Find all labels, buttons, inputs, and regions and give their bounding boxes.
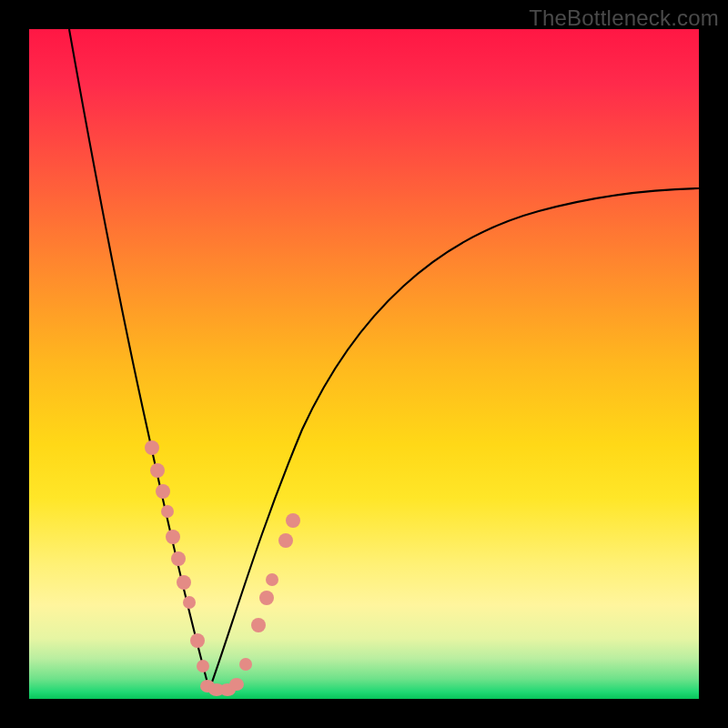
data-dot <box>166 530 180 544</box>
data-dots-group <box>145 440 300 696</box>
data-dot <box>197 660 209 672</box>
data-dot <box>251 618 266 632</box>
chart-svg <box>29 29 699 699</box>
data-dot <box>171 551 186 566</box>
data-dot <box>150 463 165 478</box>
data-dot <box>177 575 191 590</box>
curve-right-branch <box>209 188 699 690</box>
curve-left-branch <box>69 29 209 690</box>
data-dot <box>278 533 293 548</box>
data-dot <box>266 573 278 586</box>
watermark-text: TheBottleneck.com <box>529 5 719 31</box>
data-dot <box>161 505 174 518</box>
data-dot <box>183 596 196 609</box>
data-dot <box>190 633 205 648</box>
data-dot <box>286 513 300 528</box>
data-dot <box>239 658 252 671</box>
chart-note: Two smooth curves descending from top to… <box>0 0 1 1</box>
data-dot <box>145 440 159 455</box>
data-dot-trough <box>229 678 244 691</box>
data-dot <box>259 591 274 605</box>
data-dot <box>156 484 170 499</box>
chart-plot-area <box>29 29 699 699</box>
